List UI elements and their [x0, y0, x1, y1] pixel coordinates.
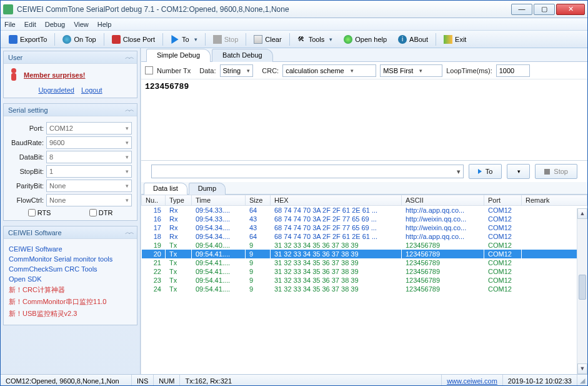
record-icon [112, 35, 121, 44]
software-link[interactable]: 新！CommMonitor串口监控11.0 [9, 297, 132, 307]
status-bar: COM12:Opened, 9600,8,None,1,Non INS NUM … [1, 374, 587, 386]
flowctrl-select[interactable]: None▾ [46, 194, 132, 206]
menu-bar: File Edit Debug View Help [1, 18, 587, 31]
stop-icon [213, 35, 222, 44]
port-select[interactable]: COM12▾ [46, 122, 132, 135]
user-panel-title: User [8, 54, 22, 61]
crc-scheme-select[interactable]: calculation scheme [282, 64, 376, 77]
software-link[interactable]: CEIWEI Software [9, 245, 132, 253]
rts-checkbox[interactable]: RTS [28, 209, 51, 216]
resize-grip-icon[interactable]: ◢ [577, 377, 587, 385]
close-button[interactable]: ✕ [556, 4, 585, 15]
svg-rect-1 [11, 73, 16, 81]
clear-button[interactable]: Clear [249, 33, 286, 46]
disk-icon [9, 35, 17, 44]
exit-button[interactable]: Exit [439, 33, 471, 46]
send-stop-button[interactable]: Stop [535, 164, 577, 179]
software-link[interactable]: CommCheckSum CRC Tools [9, 265, 132, 273]
config-bar: Number Tx Data: String CRC: calculation … [141, 62, 587, 79]
stop-button[interactable]: Stop [208, 33, 244, 46]
member-link[interactable]: Member surprises! [24, 71, 85, 79]
table-row[interactable]: 18Rx09:54.34....6468 74 74 70 3A 2F 2F 6… [142, 232, 587, 241]
menu-edit[interactable]: Edit [24, 21, 36, 28]
window-title: CEIWEI CommTone SerialPort debug 7.1 - C… [17, 5, 510, 14]
tab-data-list[interactable]: Data list [144, 183, 187, 195]
tab-batch-debug[interactable]: Batch Debug [212, 49, 273, 62]
scroll-up-icon[interactable]: ▲ [577, 208, 587, 219]
collapse-icon[interactable]: ︿︿ [125, 53, 132, 61]
status-time: 2019-10-12 10:02:33 [503, 375, 577, 386]
stopbit-select[interactable]: 1▾ [46, 165, 132, 178]
software-link[interactable]: 新！USB监控精灵v2.3 [9, 309, 132, 318]
table-row[interactable]: 19Tx09:54.40....931 32 33 34 35 36 37 38… [142, 241, 587, 250]
upgraded-link[interactable]: Upgradeted [38, 86, 74, 94]
minimize-button[interactable]: — [511, 4, 532, 15]
maximize-button[interactable]: ▢ [534, 4, 555, 15]
software-link[interactable]: Open SDK [9, 275, 132, 283]
menu-help[interactable]: Help [97, 21, 112, 28]
dtr-checkbox[interactable]: DTR [89, 209, 113, 216]
send-to-button[interactable]: To [469, 164, 502, 179]
msb-select[interactable]: MSB First [380, 64, 442, 77]
col-remark[interactable]: Remark [522, 195, 587, 206]
table-row[interactable]: 21Tx09:54.41....931 32 33 34 35 36 37 38… [142, 258, 587, 267]
clear-icon [254, 35, 262, 44]
menu-debug[interactable]: Debug [45, 21, 65, 28]
history-select[interactable] [151, 165, 464, 178]
table-row[interactable]: 15Rx09:54.33....6468 74 74 70 3A 2F 2F 6… [142, 206, 587, 215]
stop-icon [544, 169, 550, 175]
parity-select[interactable]: None▾ [46, 180, 132, 192]
exit-icon [444, 35, 452, 44]
open-help-button[interactable]: Open help [339, 33, 392, 46]
tab-dump[interactable]: Dump [189, 183, 226, 195]
play-icon [171, 35, 179, 44]
to-button[interactable]: To [166, 33, 202, 46]
table-row[interactable]: 23Tx09:54.41....931 32 33 34 35 36 37 38… [142, 276, 587, 285]
table-row[interactable]: 24Tx09:54.41....931 32 33 34 35 36 37 38… [142, 285, 587, 293]
loop-time-input[interactable] [496, 64, 530, 77]
col-type[interactable]: Type [166, 195, 192, 206]
collapse-icon[interactable]: ︿︿ [125, 106, 132, 114]
table-row[interactable]: 22Tx09:54.41....931 32 33 34 35 36 37 38… [142, 267, 587, 276]
pin-icon [62, 35, 71, 44]
user-panel: User︿︿ Member surprises! Upgradeted Logo… [3, 51, 137, 98]
data-format-select[interactable]: String [220, 64, 254, 77]
col-time[interactable]: Time [192, 195, 246, 206]
svg-point-0 [11, 68, 16, 73]
close-port-button[interactable]: Close Port [107, 33, 160, 46]
play-icon [478, 169, 482, 174]
table-row[interactable]: 17Rx09:54.34....4368 74 74 70 3A 2F 2F 7… [142, 223, 587, 232]
tab-simple-debug[interactable]: Simple Debug [146, 49, 211, 62]
menu-view[interactable]: View [74, 21, 89, 28]
col-num[interactable]: Nu.. [142, 195, 166, 206]
software-panel-title: CEIWEI Software [8, 229, 62, 236]
col-size[interactable]: Size [246, 195, 271, 206]
send-textarea[interactable]: 123456789 [141, 79, 587, 161]
col-port[interactable]: Port [484, 195, 522, 206]
logout-link[interactable]: Logout [81, 86, 102, 94]
collapse-icon[interactable]: ︿︿ [125, 228, 132, 236]
software-link[interactable]: CommMonitor Serial monitor tools [9, 255, 132, 263]
baudrate-select[interactable]: 9600▾ [46, 136, 132, 149]
table-scrollbar[interactable]: ▲ ▼ [577, 208, 587, 374]
scroll-thumb[interactable] [579, 275, 586, 300]
software-link[interactable]: 新！CRC计算神器 [9, 285, 132, 295]
databit-select[interactable]: 8▾ [46, 151, 132, 163]
tools-button[interactable]: 🛠Tools [292, 33, 338, 46]
status-num: NUM [154, 375, 180, 386]
export-button[interactable]: ExportTo [4, 33, 52, 46]
ontop-button[interactable]: On Top [57, 33, 101, 46]
col-hex[interactable]: HEX [271, 195, 402, 206]
about-button[interactable]: iABout [393, 33, 433, 46]
send-to-dropdown[interactable] [507, 164, 530, 179]
scroll-down-icon[interactable]: ▼ [577, 363, 587, 374]
number-tx-checkbox[interactable] [145, 66, 153, 74]
status-url-link[interactable]: www.ceiwei.com [447, 377, 497, 385]
table-row[interactable]: 16Rx09:54.33....4368 74 74 70 3A 2F 2F 7… [142, 215, 587, 223]
col-ascii[interactable]: ASCII [402, 195, 484, 206]
menu-file[interactable]: File [4, 21, 16, 28]
status-connection: COM12:Opened, 9600,8,None,1,Non [1, 375, 132, 386]
globe-icon [344, 35, 352, 44]
table-row[interactable]: 20Tx09:54.41....931 32 33 34 35 36 37 38… [142, 250, 587, 258]
side-panel: User︿︿ Member surprises! Upgradeted Logo… [1, 48, 141, 374]
